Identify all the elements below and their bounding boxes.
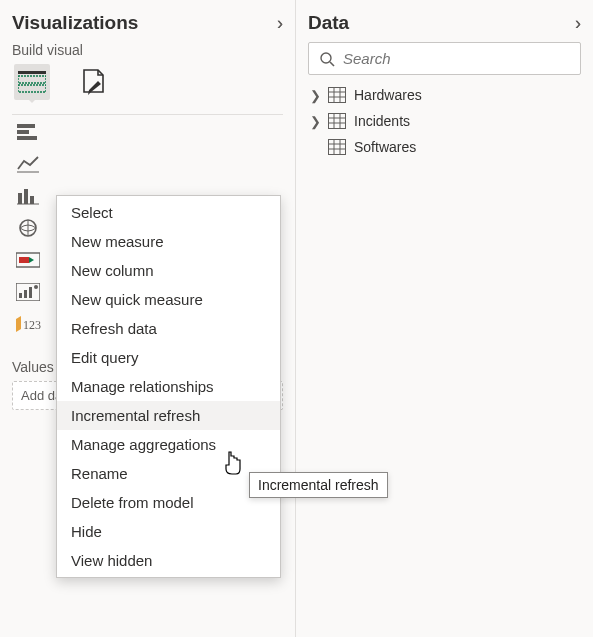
menu-item-edit-query[interactable]: Edit query <box>57 343 280 372</box>
svg-rect-13 <box>19 257 29 263</box>
menu-item-new-column[interactable]: New column <box>57 256 280 285</box>
chevron-right-icon: ❯ <box>310 114 320 129</box>
svg-marker-14 <box>29 257 34 263</box>
svg-rect-16 <box>19 293 22 298</box>
search-input[interactable] <box>343 50 570 67</box>
context-menu[interactable]: SelectNew measureNew columnNew quick mea… <box>56 195 281 578</box>
menu-item-incremental-refresh[interactable]: Incremental refresh <box>57 401 280 430</box>
viz-type-map[interactable] <box>14 215 42 241</box>
svg-rect-3 <box>17 124 35 128</box>
svg-marker-20 <box>16 316 21 332</box>
table-label: Incidents <box>354 113 410 129</box>
menu-item-delete-from-model[interactable]: Delete from model <box>57 488 280 517</box>
mode-row <box>12 64 283 100</box>
format-visual-mode-button[interactable] <box>76 64 112 100</box>
table-label: Hardwares <box>354 87 422 103</box>
viz-type-gauge[interactable] <box>14 247 42 273</box>
data-pane-header: Data ›› <box>308 12 581 34</box>
search-box[interactable] <box>308 42 581 75</box>
svg-rect-24 <box>329 88 346 103</box>
collapse-data-icon[interactable]: ›› <box>575 13 581 34</box>
table-item-hardwares[interactable]: ❯ Hardwares <box>310 87 581 103</box>
menu-item-refresh-data[interactable]: Refresh data <box>57 314 280 343</box>
menu-item-hide[interactable]: Hide <box>57 517 280 546</box>
menu-item-manage-relationships[interactable]: Manage relationships <box>57 372 280 401</box>
viz-type-kpi[interactable] <box>14 279 42 305</box>
viz-pane-title: Visualizations <box>12 12 138 34</box>
viz-type-clustered-column[interactable] <box>14 183 42 209</box>
svg-rect-18 <box>29 287 32 298</box>
table-icon <box>328 87 346 103</box>
svg-rect-29 <box>329 114 346 129</box>
table-item-softwares[interactable]: ❯ Softwares <box>310 139 581 155</box>
svg-rect-34 <box>329 140 346 155</box>
svg-rect-1 <box>18 76 46 83</box>
data-pane: Data ›› ❯ Hardwares ❯ Incidents ❯ <box>295 0 593 637</box>
menu-item-select[interactable]: Select <box>57 198 280 227</box>
collapse-viz-icon[interactable]: ›› <box>277 13 283 34</box>
svg-rect-17 <box>24 290 27 298</box>
viz-type-stacked-bar[interactable] <box>14 119 42 145</box>
svg-rect-0 <box>18 71 46 74</box>
svg-text:123: 123 <box>23 318 41 332</box>
table-icon <box>328 113 346 129</box>
viz-type-line[interactable] <box>14 151 42 177</box>
svg-line-23 <box>330 62 334 66</box>
menu-item-rename[interactable]: Rename <box>57 459 280 488</box>
svg-point-19 <box>34 285 38 289</box>
menu-item-new-quick-measure[interactable]: New quick measure <box>57 285 280 314</box>
table-item-incidents[interactable]: ❯ Incidents <box>310 113 581 129</box>
svg-rect-4 <box>17 130 29 134</box>
viz-type-card[interactable]: 123 <box>14 311 42 337</box>
table-list: ❯ Hardwares ❯ Incidents ❯ Softwares <box>308 87 581 155</box>
svg-rect-7 <box>18 193 22 204</box>
search-icon <box>319 51 335 67</box>
menu-item-view-hidden[interactable]: View hidden <box>57 546 280 575</box>
table-icon <box>18 71 46 93</box>
build-visual-label: Build visual <box>12 42 283 58</box>
chevron-right-icon: ❯ <box>310 88 320 103</box>
svg-rect-2 <box>18 85 46 92</box>
svg-point-22 <box>321 53 331 63</box>
menu-item-new-measure[interactable]: New measure <box>57 227 280 256</box>
viz-pane-header: Visualizations ›› <box>12 12 283 34</box>
menu-item-manage-aggregations[interactable]: Manage aggregations <box>57 430 280 459</box>
svg-rect-5 <box>17 136 37 140</box>
tooltip: Incremental refresh <box>249 472 388 498</box>
table-icon <box>328 139 346 155</box>
data-pane-title: Data <box>308 12 349 34</box>
table-label: Softwares <box>354 139 416 155</box>
svg-rect-8 <box>24 189 28 204</box>
build-visual-mode-button[interactable] <box>14 64 50 100</box>
svg-rect-9 <box>30 196 34 204</box>
format-page-icon <box>81 68 107 96</box>
